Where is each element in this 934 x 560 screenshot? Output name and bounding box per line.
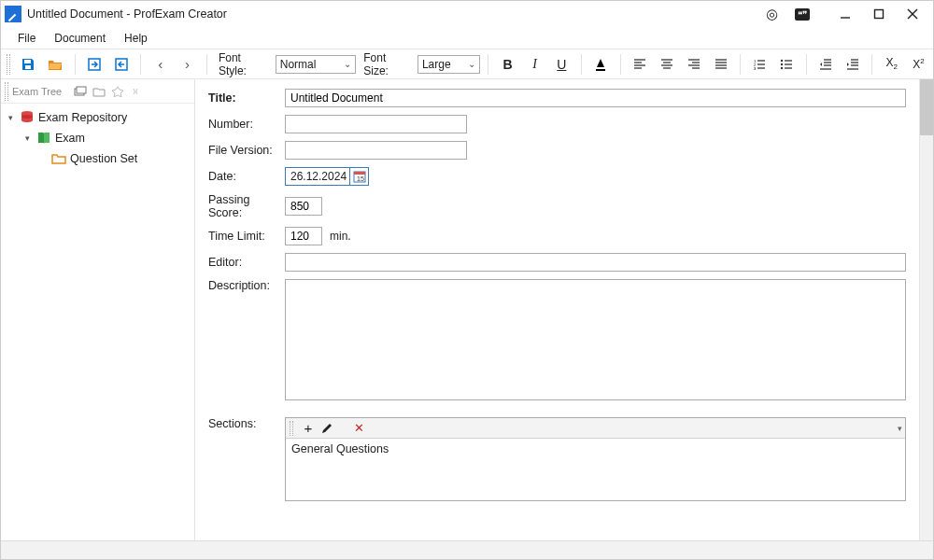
import-button[interactable] xyxy=(83,52,106,77)
ordered-list-button[interactable]: 123 xyxy=(748,52,771,77)
number-input[interactable] xyxy=(285,115,467,133)
font-style-select[interactable]: Normal⌄ xyxy=(276,55,356,74)
window-controls xyxy=(828,1,929,27)
tree-root-exam-repository[interactable]: ▾ Exam Repository xyxy=(5,107,191,128)
collapse-icon[interactable]: ▾ xyxy=(21,133,33,143)
sections-box: + ✕ ▾ General Questions xyxy=(285,417,906,501)
editor-input[interactable] xyxy=(285,253,906,272)
open-button[interactable] xyxy=(44,52,67,77)
scrollbar-thumb[interactable] xyxy=(920,79,933,135)
prev-button[interactable]: ‹ xyxy=(149,52,172,77)
number-label: Number: xyxy=(208,118,285,131)
calendar-button[interactable]: 15 xyxy=(350,167,369,186)
file-version-input[interactable] xyxy=(285,141,467,160)
add-section-button[interactable]: + xyxy=(299,419,318,438)
svg-text:15: 15 xyxy=(357,175,364,182)
title-input[interactable] xyxy=(285,89,906,107)
align-left-button[interactable] xyxy=(629,52,652,77)
font-size-select[interactable]: Large⌄ xyxy=(417,55,480,74)
sections-dropdown-icon[interactable]: ▾ xyxy=(898,424,902,433)
description-textarea[interactable] xyxy=(285,279,906,400)
svg-rect-49 xyxy=(354,172,365,175)
svg-text:3: 3 xyxy=(754,65,757,70)
sections-list[interactable]: General Questions xyxy=(286,439,905,500)
font-color-button[interactable] xyxy=(589,52,613,77)
superscript-button[interactable]: X2 xyxy=(907,52,930,77)
svg-point-47 xyxy=(21,115,33,119)
titlebar: Untitled Document - ProfExam Creator ◎ ❝… xyxy=(1,1,933,27)
sidebar-btn-2[interactable] xyxy=(90,82,108,101)
time-limit-label: Time Limit: xyxy=(208,230,285,243)
main-panel: Title: Number: File Version: Date: 26.12… xyxy=(195,79,933,540)
svg-point-34 xyxy=(781,63,783,64)
collapse-icon[interactable]: ▾ xyxy=(5,113,16,122)
svg-rect-45 xyxy=(77,87,86,93)
svg-point-35 xyxy=(781,66,783,68)
app-icon xyxy=(5,6,21,22)
menu-file[interactable]: File xyxy=(8,29,45,48)
svg-point-33 xyxy=(781,59,783,61)
edit-section-button[interactable] xyxy=(318,419,336,438)
menubar: File Document Help xyxy=(1,27,933,49)
underline-button[interactable]: U xyxy=(550,52,573,77)
badge-icon[interactable]: ◎ xyxy=(766,6,778,22)
sidebar-title: Exam Tree xyxy=(12,86,71,97)
minimize-button[interactable] xyxy=(828,1,862,27)
outdent-button[interactable] xyxy=(814,52,838,77)
next-button[interactable]: › xyxy=(176,52,199,77)
menu-document[interactable]: Document xyxy=(45,29,115,48)
document-name: Untitled Document xyxy=(27,7,123,21)
close-button[interactable] xyxy=(896,1,929,27)
editor-label: Editor: xyxy=(208,256,285,269)
bold-button[interactable]: B xyxy=(496,52,519,77)
passing-score-input[interactable] xyxy=(285,197,322,216)
font-style-label: Font Style: xyxy=(219,51,270,77)
font-size-label: Font Size: xyxy=(363,51,412,77)
comment-icon[interactable]: ❝❞ xyxy=(795,8,810,21)
export-button[interactable] xyxy=(109,52,133,77)
title-label: Title: xyxy=(208,91,285,105)
exam-form: Title: Number: File Version: Date: 26.12… xyxy=(195,79,919,540)
date-input[interactable]: 26.12.2024 xyxy=(285,167,350,186)
sections-toolbar: + ✕ ▾ xyxy=(286,418,905,439)
maximize-button[interactable] xyxy=(862,1,896,27)
delete-section-button[interactable]: ✕ xyxy=(349,419,368,438)
sidebar-btn-3[interactable] xyxy=(108,82,127,101)
vertical-scrollbar[interactable] xyxy=(919,79,933,540)
tree-item-question-set[interactable]: Question Set xyxy=(5,148,191,169)
sidebar-handle xyxy=(5,82,8,101)
align-justify-button[interactable] xyxy=(709,52,732,77)
file-version-label: File Version: xyxy=(208,144,285,157)
svg-rect-5 xyxy=(25,65,31,69)
save-button[interactable] xyxy=(17,52,40,77)
sections-handle xyxy=(290,421,293,436)
date-label: Date: xyxy=(208,170,285,183)
book-icon xyxy=(36,131,51,146)
time-limit-input[interactable] xyxy=(285,227,322,245)
chevron-down-icon: ⌄ xyxy=(468,59,475,69)
sections-list-item[interactable]: General Questions xyxy=(291,442,899,455)
italic-button[interactable]: I xyxy=(523,52,546,77)
align-right-button[interactable] xyxy=(682,52,705,77)
passing-score-label: Passing Score: xyxy=(208,193,285,219)
indent-button[interactable] xyxy=(841,52,864,77)
unordered-list-button[interactable] xyxy=(775,52,799,77)
chevron-down-icon: ⌄ xyxy=(344,59,351,69)
database-icon xyxy=(20,110,35,125)
sidebar-btn-1[interactable] xyxy=(71,82,90,101)
tree-item-exam[interactable]: ▾ Exam xyxy=(5,128,191,148)
sidebar-header: Exam Tree xyxy=(1,79,194,104)
calendar-icon: 15 xyxy=(353,170,366,183)
description-label: Description: xyxy=(208,279,285,292)
toolbar: ‹ › Font Style: Normal⌄ Font Size: Large… xyxy=(1,49,933,79)
workarea: Exam Tree ▾ Exam Repository ▾ Exam xyxy=(1,79,933,540)
svg-rect-4 xyxy=(24,60,31,63)
menu-help[interactable]: Help xyxy=(115,29,157,48)
subscript-button[interactable]: X2 xyxy=(880,52,903,77)
svg-rect-1 xyxy=(875,10,884,19)
sidebar: Exam Tree ▾ Exam Repository ▾ Exam xyxy=(1,79,195,540)
align-center-button[interactable] xyxy=(655,52,678,77)
exam-tree: ▾ Exam Repository ▾ Exam Question Set xyxy=(1,104,194,540)
sidebar-btn-4[interactable] xyxy=(127,82,146,101)
statusbar xyxy=(1,540,933,559)
